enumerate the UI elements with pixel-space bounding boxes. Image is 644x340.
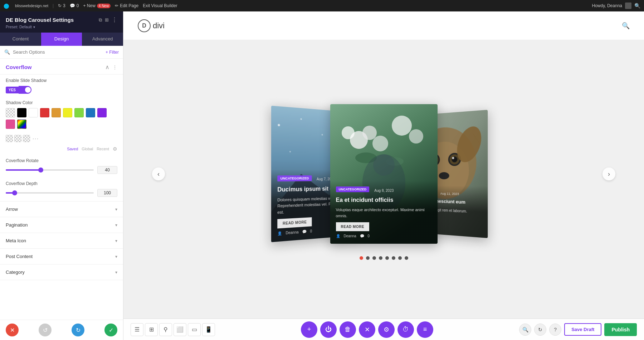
cancel-button[interactable]: ✕	[6, 324, 19, 336]
confirm-button[interactable]: ✓	[104, 324, 117, 336]
builder-close-button[interactable]: ✕	[359, 321, 375, 338]
post-content-header[interactable]: Post Content ▾	[0, 249, 123, 264]
toggle-switch[interactable]	[19, 86, 31, 94]
carousel-next-button[interactable]: ›	[602, 167, 615, 180]
exit-visual-builder-item[interactable]: Exit Visual Builder	[143, 3, 177, 8]
edit-page-item[interactable]: ✏ Edit Page	[115, 3, 138, 8]
wp-site-link[interactable]: blisswebdesign.net	[15, 4, 48, 8]
color-swatch-checker[interactable]	[6, 108, 15, 117]
builder-power-button[interactable]: ⏻	[320, 321, 337, 338]
color-swatch-orange[interactable]	[52, 108, 61, 117]
card-left-author: Deanna	[286, 230, 298, 235]
carousel-prev-button[interactable]: ‹	[152, 167, 165, 180]
pagination-chevron: ▾	[115, 223, 117, 228]
extra-swatch-1[interactable]	[6, 135, 13, 142]
builder-rotate-icon[interactable]: ↻	[534, 324, 546, 336]
rotate-thumb[interactable]	[38, 167, 43, 173]
card-left-read-more[interactable]: READ MORE	[277, 217, 312, 228]
color-swatch-red[interactable]	[40, 108, 49, 117]
depth-value[interactable]: 100	[97, 189, 117, 197]
depth-thumb[interactable]	[12, 190, 17, 195]
more-swatches-row: ⋯	[0, 133, 123, 145]
dot-5[interactable]	[385, 256, 389, 260]
dot-1[interactable]	[360, 256, 363, 260]
search-icon[interactable]: 🔍	[634, 3, 640, 9]
builder-layers-button[interactable]: ≡	[417, 321, 433, 338]
dot-3[interactable]	[372, 256, 376, 260]
publish-button[interactable]: Publish	[604, 323, 637, 336]
extra-swatch-3[interactable]	[23, 135, 30, 142]
meta-icon-chevron: ▾	[115, 238, 117, 243]
toggle-wrap[interactable]: YES	[6, 86, 117, 94]
arrow-header[interactable]: Arrow ▾	[0, 201, 123, 217]
sidebar-tabs: Content Design Advanced	[0, 33, 123, 46]
meta-icon-header[interactable]: Meta Icon ▾	[0, 233, 123, 248]
saved-link[interactable]: Saved	[67, 147, 78, 151]
sidebar-bottom: ✕ ↺ ↻ ✓	[0, 320, 123, 340]
builder-trash-button[interactable]: 🗑	[340, 321, 356, 338]
more-options-icon[interactable]: ⋮	[112, 64, 117, 70]
columns-icon[interactable]: ⊞	[105, 17, 109, 23]
search-input[interactable]	[13, 49, 103, 55]
site-search-icon[interactable]: 🔍	[622, 22, 630, 30]
save-draft-button[interactable]: Save Draft	[564, 323, 601, 336]
depth-track[interactable]	[6, 192, 94, 194]
color-swatch-pink[interactable]	[6, 120, 15, 129]
builder-add-button[interactable]: +	[301, 321, 317, 338]
refresh-item[interactable]: ↻ 3	[58, 3, 65, 8]
carousel-area: ‹	[123, 40, 644, 319]
preset-chevron[interactable]: ▾	[33, 25, 35, 29]
color-swatch-white[interactable]	[29, 108, 38, 117]
dot-7[interactable]	[398, 256, 402, 260]
search-bar: 🔍 + Filter	[0, 46, 123, 59]
arrow-chevron: ▾	[115, 207, 117, 212]
dot-8[interactable]	[405, 256, 408, 260]
dot-4[interactable]	[379, 256, 382, 260]
category-header[interactable]: Category ▾	[0, 264, 123, 280]
collapse-icon[interactable]: ∧	[105, 64, 109, 71]
card-left-comment-icon: 💬	[302, 229, 306, 234]
ellipsis-icon[interactable]: ⋯	[32, 135, 39, 142]
builder-fullscreen-icon[interactable]: ⬜	[174, 323, 186, 336]
card-center-read-more[interactable]: READ MORE	[336, 222, 370, 231]
pagination-header[interactable]: Pagination ▾	[0, 217, 123, 233]
color-swatch-yellow[interactable]	[63, 108, 72, 117]
builder-grid-icon[interactable]: ⊞	[145, 323, 158, 336]
tab-advanced[interactable]: Advanced	[82, 33, 123, 46]
tab-design[interactable]: Design	[41, 33, 82, 46]
logo-circle: D	[138, 19, 151, 32]
undo-button[interactable]: ↺	[39, 324, 52, 336]
rotate-value[interactable]: 40	[97, 166, 117, 174]
shadow-color-label: Shadow Color	[6, 100, 117, 105]
builder-search-icon[interactable]: ⚲	[159, 323, 172, 336]
new-item[interactable]: + New 4 New	[83, 3, 111, 8]
saved-settings-icon[interactable]: ⚙	[113, 146, 117, 152]
builder-center: + ⏻ 🗑 ✕ ⚙ ⏱ ≡	[301, 321, 433, 338]
builder-help-icon[interactable]: ?	[549, 324, 561, 336]
dot-2[interactable]	[366, 256, 370, 260]
color-swatch-green[interactable]	[74, 108, 84, 117]
dot-6[interactable]	[392, 256, 395, 260]
meta-icon-section: Meta Icon ▾	[0, 233, 123, 249]
filter-button[interactable]: + Filter	[106, 50, 119, 55]
extra-swatch-2[interactable]	[14, 135, 21, 142]
comments-item[interactable]: 💬 0	[70, 3, 79, 8]
builder-desktop-icon[interactable]: ▭	[188, 323, 201, 336]
svg-point-16	[392, 116, 412, 136]
builder-menu-icon[interactable]: ☰	[131, 323, 143, 336]
redo-button[interactable]: ↻	[72, 324, 84, 336]
rotate-track[interactable]	[6, 169, 94, 171]
color-swatch-black[interactable]	[17, 108, 26, 117]
more-icon[interactable]: ⋮	[112, 16, 117, 23]
color-swatch-purple[interactable]	[97, 108, 107, 117]
global-link[interactable]: Global	[82, 147, 93, 151]
color-swatch-custom[interactable]	[17, 120, 26, 129]
builder-mobile-icon[interactable]: 📱	[202, 323, 215, 336]
builder-settings-button[interactable]: ⚙	[378, 321, 395, 338]
tab-content[interactable]: Content	[0, 33, 41, 46]
color-swatch-blue[interactable]	[86, 108, 95, 117]
builder-history-button[interactable]: ⏱	[397, 321, 414, 338]
builder-zoom-icon[interactable]: 🔍	[519, 324, 531, 336]
copy-icon[interactable]: ⧉	[99, 17, 102, 23]
recent-link[interactable]: Recent	[97, 147, 109, 151]
